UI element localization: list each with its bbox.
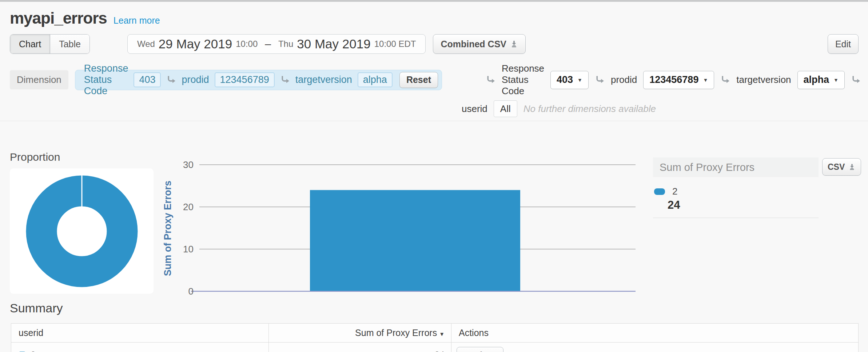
- legend-item-label: 2: [672, 186, 677, 197]
- sort-desc-icon: ▼: [439, 331, 445, 337]
- csv-label: CSV: [828, 162, 845, 172]
- column-header-sum-label: Sum of Proxy Errors: [355, 328, 437, 338]
- end-date: 30 May 2019: [297, 37, 370, 51]
- summary-table: userid Sum of Proxy Errors▼ Actions 2: [11, 323, 859, 352]
- table-view-button[interactable]: Table: [50, 35, 89, 53]
- combined-csv-button[interactable]: Combined CSV: [433, 34, 526, 54]
- selector-label: prodid: [611, 74, 637, 85]
- dimension-breadcrumb: Response Status Code 403 prodid 12345678…: [75, 70, 442, 90]
- y-tick-label: 0: [188, 286, 194, 297]
- legend-item-value: 24: [668, 199, 864, 212]
- selected-value: alpha: [804, 74, 829, 85]
- page-title: myapi_errors: [10, 9, 107, 27]
- elbow-arrow-icon: [280, 75, 290, 85]
- toolbar: Chart Table Wed 29 May 2019 10:00 – Thu …: [10, 34, 859, 54]
- header: myapi_errors Learn more Chart Table Wed …: [0, 2, 868, 54]
- dimension-selectors: Response Status Code 403 ▼ prodid 123456…: [486, 63, 861, 97]
- status-code-select[interactable]: 403 ▼: [550, 71, 589, 89]
- legend-title: Sum of Proxy Errors: [660, 161, 754, 173]
- y-tick-label: 30: [183, 159, 194, 170]
- learn-more-link[interactable]: Learn more: [114, 15, 160, 26]
- column-header-sum[interactable]: Sum of Proxy Errors▼: [269, 324, 451, 343]
- end-day: Thu: [278, 39, 293, 49]
- y-tick-label: 20: [183, 201, 194, 212]
- proportion-title: Proportion: [10, 151, 60, 163]
- selected-value: 403: [557, 74, 573, 85]
- breadcrumb-name: targetversion: [295, 74, 352, 85]
- dimension-bar: Dimension Response Status Code 403 prodi…: [10, 63, 859, 117]
- caret-down-icon: ▼: [577, 77, 582, 83]
- next-dimension-row: userid All No further dimensions availab…: [462, 100, 859, 117]
- proportion-donut-card: [10, 168, 154, 294]
- elbow-arrow-icon: [851, 75, 861, 85]
- end-time: 10:00 EDT: [374, 39, 416, 49]
- table-header-row: userid Sum of Proxy Errors▼ Actions: [11, 324, 859, 343]
- dimension-label: Dimension: [10, 70, 68, 89]
- legend-separator: [653, 217, 819, 218]
- reset-button[interactable]: Reset: [399, 72, 438, 88]
- download-icon: [510, 40, 518, 48]
- y-axis-label: Sum of Proxy Errors: [162, 181, 173, 276]
- column-header-userid: userid: [11, 324, 269, 343]
- charts-band: Proportion Sum of Proxy Errors 30 20 10 …: [0, 121, 868, 297]
- selector-label: Response Status Code: [502, 63, 544, 97]
- selector-label: targetversion: [736, 74, 791, 85]
- breadcrumb-value[interactable]: 123456789: [215, 72, 275, 87]
- sum-cell-value: 24: [269, 343, 451, 352]
- csv-button[interactable]: CSV: [822, 158, 861, 176]
- caret-down-icon: ▼: [833, 77, 839, 83]
- breadcrumb-name: prodid: [182, 74, 209, 85]
- bar-chart: Sum of Proxy Errors 30 20 10 0: [160, 154, 644, 310]
- bar-rect[interactable]: [310, 190, 520, 291]
- chart-view-button[interactable]: Chart: [10, 35, 50, 53]
- y-tick-label: 10: [183, 244, 194, 255]
- start-date: 29 May 2019: [159, 37, 232, 51]
- elbow-arrow-icon: [720, 75, 730, 85]
- next-dimension-label: userid: [462, 103, 487, 115]
- start-time: 10:00: [236, 39, 258, 49]
- download-icon: [848, 163, 856, 171]
- column-header-actions: Actions: [451, 324, 859, 343]
- breadcrumb-value[interactable]: 403: [134, 72, 161, 87]
- no-more-dimensions-text: No further dimensions available: [523, 103, 656, 115]
- date-separator: –: [265, 38, 271, 50]
- view-toggle: Chart Table: [10, 34, 90, 54]
- legend-item[interactable]: 2: [654, 186, 864, 197]
- legend-header: Sum of Proxy Errors: [653, 157, 819, 177]
- edit-button[interactable]: Edit: [828, 34, 859, 54]
- combined-csv-label: Combined CSV: [441, 39, 506, 49]
- selected-value: 123456789: [649, 74, 698, 85]
- donut-chart: [25, 175, 139, 288]
- table-row: 2 24 Analyze: [11, 343, 859, 352]
- targetversion-select[interactable]: alpha ▼: [797, 71, 845, 89]
- elbow-arrow-icon: [486, 75, 495, 85]
- elbow-arrow-icon: [595, 75, 605, 85]
- prodid-select[interactable]: 123456789 ▼: [643, 71, 714, 89]
- legend-panel: Sum of Proxy Errors CSV 2 24: [653, 157, 864, 218]
- date-range-picker[interactable]: Wed 29 May 2019 10:00 – Thu 30 May 2019 …: [127, 34, 426, 54]
- analyze-button[interactable]: Analyze: [457, 347, 503, 352]
- userid-filter-select[interactable]: All: [494, 100, 517, 117]
- breadcrumb-name: Response Status Code: [84, 63, 128, 97]
- userid-cell-value: 2: [31, 350, 36, 352]
- dashboard-page: myapi_errors Learn more Chart Table Wed …: [0, 0, 868, 352]
- start-day: Wed: [137, 39, 155, 49]
- caret-down-icon: ▼: [703, 77, 708, 83]
- series-swatch: [654, 188, 665, 195]
- breadcrumb-value[interactable]: alpha: [358, 72, 393, 87]
- elbow-arrow-icon: [166, 75, 176, 85]
